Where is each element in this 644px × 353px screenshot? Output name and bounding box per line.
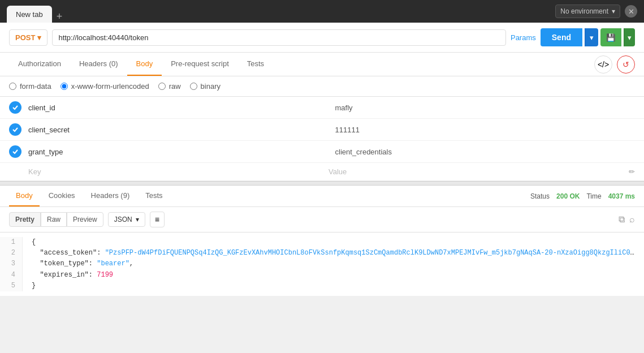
section-divider (0, 181, 644, 186)
table-row: grant_type client_credentials (0, 141, 644, 163)
code-icon-button[interactable]: </> (594, 55, 612, 74)
search-icon: ⌕ (629, 214, 635, 224)
url-input[interactable] (52, 29, 506, 46)
edit-icon[interactable]: ✏ (629, 167, 635, 176)
copy-button[interactable]: ⧉ (619, 214, 625, 225)
field-key-2: client_secret (28, 126, 329, 134)
status-value: 200 OK (556, 192, 580, 200)
status-area: Status 200 OK Time 4037 ms (530, 192, 635, 200)
send-button[interactable]: Send (541, 28, 582, 46)
search-button[interactable]: ⌕ (629, 214, 635, 225)
line-num-4: 4 (0, 270, 23, 281)
field-value-3: client_credentials (335, 148, 636, 156)
env-area: No environment ▾ ✕ (555, 5, 637, 18)
tab-pre-request-script[interactable]: Pre-request script (162, 53, 238, 76)
pretty-button[interactable]: Pretty (9, 212, 41, 227)
active-tab[interactable]: New tab (7, 6, 52, 23)
list-icon: ≡ (155, 215, 159, 224)
code-view: 1 { 2 "access_token": "PzsPFP-dW4PfDiFQU… (0, 233, 644, 296)
method-selector[interactable]: POST ▾ (9, 29, 47, 46)
form-data-option[interactable]: form-data (9, 82, 51, 91)
raw-label: raw (169, 82, 181, 91)
tab-headers[interactable]: Headers (0) (70, 53, 127, 76)
json-chevron-icon: ▾ (136, 216, 139, 223)
binary-radio[interactable] (190, 83, 197, 90)
table-row: client_secret 111111 (0, 119, 644, 141)
resp-tab-cookies[interactable]: Cookies (42, 186, 82, 206)
preview-button[interactable]: Preview (67, 212, 103, 227)
binary-label: binary (201, 82, 221, 91)
resp-tab-tests[interactable]: Tests (139, 186, 169, 206)
urlencoded-option[interactable]: x-www-form-urlencoded (60, 82, 149, 91)
field-placeholder-row: Key Value ✏ (0, 163, 644, 181)
line-num-5: 5 (0, 281, 23, 291)
field-key-3: grant_type (28, 148, 329, 156)
line-num-2: 2 (0, 248, 23, 259)
save-icon: 💾 (606, 33, 616, 42)
code-line-3: 3 "token_type": "bearer", (0, 259, 644, 269)
field-value-1: mafly (335, 104, 636, 112)
status-label: Status (530, 192, 550, 200)
send-chevron-icon: ▾ (590, 33, 594, 42)
resp-tab-headers[interactable]: Headers (9) (84, 186, 137, 206)
form-fields: client_id mafly client_secret 111111 gra… (0, 97, 644, 181)
json-format-selector[interactable]: JSON ▾ (108, 212, 145, 227)
line-num-1: 1 (0, 237, 23, 248)
code-lines: 1 { 2 "access_token": "PzsPFP-dW4PfDiFQU… (0, 233, 644, 296)
line-content-5: } (23, 281, 45, 291)
send-dropdown-button[interactable]: ▾ (585, 28, 598, 46)
raw-radio[interactable] (158, 83, 166, 90)
code-line-1: 1 { (0, 237, 644, 248)
tab-body[interactable]: Body (127, 53, 162, 76)
env-selector[interactable]: No environment ▾ (555, 5, 620, 18)
code-line-5: 5 } (0, 281, 644, 291)
line-content-4: "expires_in": 7199 (23, 270, 122, 281)
tab-tests[interactable]: Tests (238, 53, 273, 76)
urlencoded-radio[interactable] (60, 83, 68, 90)
top-bar: New tab + No environment ▾ ✕ (0, 0, 644, 23)
raw-option[interactable]: raw (158, 82, 181, 91)
key-placeholder[interactable]: Key (28, 167, 322, 176)
resp-tab-body[interactable]: Body (9, 186, 40, 206)
copy-icon: ⧉ (619, 214, 625, 224)
field-checkbox-1[interactable] (9, 101, 21, 114)
response-format-bar: Pretty Raw Preview JSON ▾ ≡ ⧉ ⌕ (0, 207, 644, 233)
form-data-label: form-data (20, 82, 51, 91)
env-close-button[interactable]: ✕ (625, 5, 637, 18)
env-label: No environment (560, 7, 608, 15)
field-key-1: client_id (28, 104, 329, 112)
line-num-3: 3 (0, 259, 23, 269)
field-checkbox-3[interactable] (9, 145, 21, 158)
add-tab-button[interactable]: + (57, 11, 63, 23)
time-value: 4037 ms (608, 192, 635, 200)
form-data-radio[interactable] (9, 83, 16, 90)
request-tabs-bar: Authorization Headers (0) Body Pre-reque… (0, 53, 644, 76)
time-label: Time (586, 192, 601, 200)
save-dropdown-button[interactable]: ▾ (624, 28, 635, 46)
field-value-2: 111111 (335, 126, 636, 134)
method-chevron-icon: ▾ (37, 33, 41, 42)
reset-icon-button[interactable]: ↺ (617, 55, 635, 74)
env-chevron-icon: ▾ (612, 7, 615, 15)
raw-button[interactable]: Raw (41, 212, 67, 227)
tab-label: New tab (16, 10, 43, 19)
save-chevron-icon: ▾ (628, 33, 632, 42)
line-content-2: "access_token": "PzsPFP-dW4PfDiFQUENPQSq… (23, 248, 644, 259)
field-checkbox-2[interactable] (9, 123, 21, 136)
body-options: form-data x-www-form-urlencoded raw bina… (0, 76, 644, 97)
tab-area: New tab + (7, 0, 62, 23)
json-label: JSON (114, 216, 132, 223)
response-actions: ⧉ ⌕ (619, 214, 635, 225)
table-row: client_id mafly (0, 97, 644, 119)
params-button[interactable]: Params (511, 33, 536, 42)
binary-option[interactable]: binary (190, 82, 221, 91)
tab-icons: </> ↺ (594, 55, 635, 74)
urlencoded-label: x-www-form-urlencoded (71, 82, 149, 91)
line-content-3: "token_type": "bearer", (23, 259, 142, 269)
tab-authorization[interactable]: Authorization (9, 53, 70, 76)
save-button[interactable]: 💾 (600, 28, 621, 46)
list-icon-button[interactable]: ≡ (150, 212, 165, 227)
response-tabs-bar: Body Cookies Headers (9) Tests Status 20… (0, 186, 644, 207)
code-icon: </> (598, 60, 609, 69)
code-line-4: 4 "expires_in": 7199 (0, 270, 644, 281)
